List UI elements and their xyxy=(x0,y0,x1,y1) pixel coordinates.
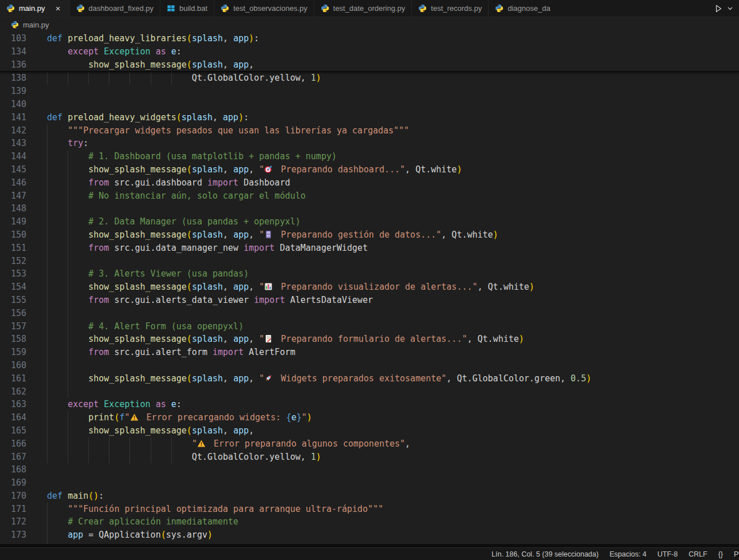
tab-test_date_ordering.py[interactable]: test_date_ordering.py xyxy=(315,0,412,17)
code-line-159[interactable]: 159 from src.gui.alert_form import Alert… xyxy=(0,346,739,359)
token: src.gui.data_manager_new xyxy=(114,243,243,253)
code-line-171[interactable]: 171 """Función principal optimizada para… xyxy=(0,503,739,516)
indent-guide xyxy=(47,359,48,372)
run-icon[interactable] xyxy=(714,4,723,13)
line-content: # 1. Dashboard (usa matplotlib + pandas … xyxy=(38,150,739,163)
token: DataManagerWidget xyxy=(280,243,368,253)
token xyxy=(47,543,68,544)
tab-build.bat[interactable]: build.bat xyxy=(160,0,214,17)
code-line-144[interactable]: 144 # 1. Dashboard (usa matplotlib + pan… xyxy=(0,150,739,163)
token: show_splash_message xyxy=(88,282,187,292)
status-indentation[interactable]: Espacios: 4 xyxy=(610,550,647,558)
editor[interactable]: 103def preload_heavy_libraries(splash, a… xyxy=(0,32,739,544)
token: : xyxy=(83,138,88,148)
close-icon[interactable]: × xyxy=(53,3,63,13)
token: app xyxy=(233,164,249,175)
code-line-169[interactable]: 169 xyxy=(0,476,739,490)
status-language-braces-icon[interactable]: {} xyxy=(718,550,723,558)
code-line-146[interactable]: 146 from src.gui.dashboard import Dashbo… xyxy=(0,176,739,190)
code-line-172[interactable]: 172 # Crear aplicación inmediatamente xyxy=(0,515,739,529)
code-line-156[interactable]: 156 xyxy=(0,307,739,320)
tab-dashboard_fixed.py[interactable]: dashboard_fixed.py xyxy=(70,0,160,17)
breadcrumb-filename: main.py xyxy=(23,21,49,29)
code-line-157[interactable]: 157 # 4. Alert Form (usa openpyxl) xyxy=(0,320,739,333)
code-line-148[interactable]: 148 xyxy=(0,202,739,215)
line-content: Qt.GlobalColor.yellow, 1) xyxy=(38,72,739,85)
chevron-down-icon[interactable] xyxy=(726,5,734,12)
sticky-scroll[interactable]: 103def preload_heavy_libraries(splash, a… xyxy=(0,32,739,72)
line-number: 158 xyxy=(0,333,38,346)
code-line-154[interactable]: 154 show_splash_message(splash, app, " P… xyxy=(0,281,739,294)
line-content xyxy=(38,202,739,215)
code-line-147[interactable]: 147 # No instanciar aún, solo cargar el … xyxy=(0,190,739,203)
code-line-168[interactable]: 168 xyxy=(0,463,739,476)
token: from xyxy=(88,178,114,188)
line-content: """Precargar widgets pesados que usan la… xyxy=(38,124,739,137)
token: Qt.GlobalColor.yellow, xyxy=(47,73,311,83)
token: Widgets preparados exitosamente" xyxy=(276,373,446,384)
python-icon xyxy=(76,4,85,13)
code-line-139[interactable]: 139 xyxy=(0,85,739,98)
python-icon xyxy=(418,4,427,13)
code-line-138[interactable]: 138 Qt.GlobalColor.yellow, 1) xyxy=(0,72,739,85)
code-line-161[interactable]: 161 show_splash_message(splash, app, " W… xyxy=(0,372,739,385)
token: preload_heavy_widgets xyxy=(68,112,176,123)
status-cursor-position[interactable]: Lín. 186, Col. 5 (39 seleccionada) xyxy=(492,550,599,558)
code-line-151[interactable]: 151 from src.gui.data_manager_new import… xyxy=(0,242,739,255)
token: " xyxy=(301,412,306,423)
code-line-164[interactable]: 164 print(f" Error precargando widgets: … xyxy=(0,411,739,424)
code-line-167[interactable]: 167 Qt.GlobalColor.yellow, 1) xyxy=(0,451,739,464)
code-line-163[interactable]: 163 except Exception as e: xyxy=(0,398,739,411)
status-eol[interactable]: CRLF xyxy=(689,550,707,558)
indent-guide xyxy=(68,385,68,399)
code-line-145[interactable]: 145 show_splash_message(splash, app, " P… xyxy=(0,163,739,176)
code-line-136[interactable]: 136 show_splash_message(splash, app, xyxy=(0,58,739,72)
code-line-160[interactable]: 160 xyxy=(0,359,739,372)
token: show_splash_message xyxy=(88,334,187,344)
token: splash xyxy=(192,282,223,292)
indent-guide xyxy=(109,72,109,85)
chart-emoji xyxy=(264,282,276,290)
code-line-173[interactable]: 173 app = QApplication(sys.argv) xyxy=(0,529,739,542)
tab-test_records.py[interactable]: test_records.py xyxy=(412,0,489,17)
code-line-153[interactable]: 153 # 3. Alerts Viewer (usa pandas) xyxy=(0,267,739,281)
code-line-149[interactable]: 149 # 2. Data Manager (usa pandas + open… xyxy=(0,215,739,228)
code-line-174[interactable]: 174 app.setStyle("Fusion") xyxy=(0,542,739,544)
line-content: print(f" Error precargando widgets: {e}"… xyxy=(38,411,739,424)
indent-guide xyxy=(47,242,48,255)
tab-diagnose_da[interactable]: diagnose_da xyxy=(489,0,709,17)
code-line-143[interactable]: 143 try: xyxy=(0,137,739,150)
code-line-134[interactable]: 134 except Exception as e: xyxy=(0,45,739,58)
code-line-150[interactable]: 150 show_splash_message(splash, app, " P… xyxy=(0,228,739,242)
code-line-141[interactable]: 141def preload_heavy_widgets(splash, app… xyxy=(0,111,739,124)
tab-test_observaciones.py[interactable]: test_observaciones.py xyxy=(214,0,314,17)
code-line-155[interactable]: 155 from src.gui.alerts_data_viewer impo… xyxy=(0,294,739,307)
memo-emoji xyxy=(264,334,276,342)
status-encoding[interactable]: UTF-8 xyxy=(658,550,678,558)
line-content: # Crear aplicación inmediatamente xyxy=(38,515,739,529)
indent-guide xyxy=(88,437,89,451)
code-line-140[interactable]: 140 xyxy=(0,98,739,111)
tab-main.py[interactable]: main.py× xyxy=(0,0,70,17)
code-line-152[interactable]: 152 xyxy=(0,255,739,268)
status-language[interactable]: Python xyxy=(734,550,739,558)
tab-label: main.py xyxy=(19,4,45,13)
code-line-162[interactable]: 162 xyxy=(0,385,739,399)
code-line-142[interactable]: 142 """Precargar widgets pesados que usa… xyxy=(0,124,739,137)
line-content: show_splash_message(splash, app, xyxy=(38,58,739,72)
breadcrumb[interactable]: main.py xyxy=(0,17,739,32)
code-line-166[interactable]: 166 " Error preparando algunos component… xyxy=(0,437,739,451)
token: splash xyxy=(192,230,223,240)
token xyxy=(47,504,68,514)
code-line-103[interactable]: 103def preload_heavy_libraries(splash, a… xyxy=(0,32,739,45)
indent-guide xyxy=(68,267,68,281)
code-area[interactable]: 138 Qt.GlobalColor.yellow, 1)139140141de… xyxy=(0,72,739,544)
code-line-158[interactable]: 158 show_splash_message(splash, app, " P… xyxy=(0,333,739,346)
code-line-165[interactable]: 165 show_splash_message(splash, app, xyxy=(0,424,739,437)
python-icon xyxy=(221,4,229,13)
code-line-170[interactable]: 170def main(): xyxy=(0,490,739,503)
indent-guide xyxy=(68,411,68,424)
token: , xyxy=(249,60,254,70)
indent-guide xyxy=(68,346,68,359)
token: as xyxy=(151,399,171,409)
